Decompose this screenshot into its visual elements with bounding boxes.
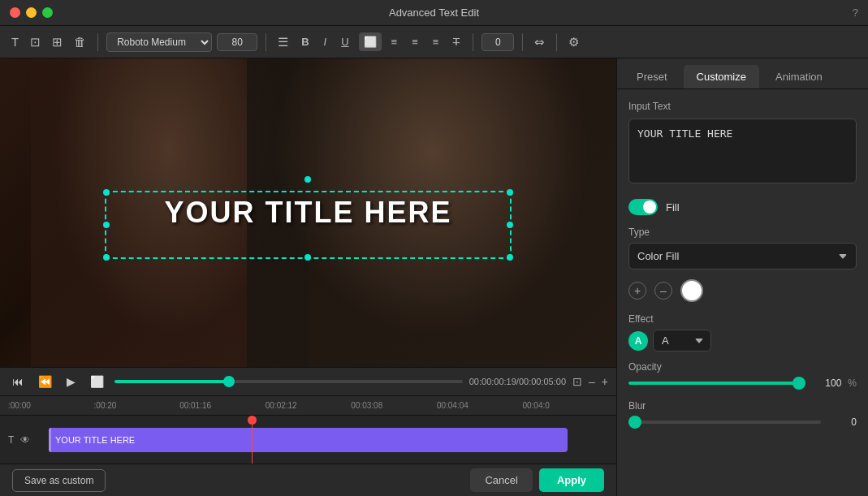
ruler-mark-0: :00:00 bbox=[8, 401, 94, 410]
handle-mid-left[interactable] bbox=[103, 222, 110, 228]
save-custom-button[interactable]: Save as custom bbox=[12, 469, 106, 492]
divider-2 bbox=[266, 33, 266, 51]
italic-button[interactable]: I bbox=[319, 32, 332, 51]
panel-tabs: Preset Customize Animation bbox=[617, 58, 868, 89]
align-center-button[interactable]: ≡ bbox=[386, 32, 403, 51]
prev-frame-button[interactable]: ⏪ bbox=[34, 373, 56, 390]
video-preview[interactable]: YOUR TITLE HERE bbox=[0, 58, 616, 367]
maximize-button[interactable] bbox=[42, 7, 53, 18]
handle-top-left[interactable] bbox=[103, 189, 110, 196]
ruler-mark-6: 00:04:0 bbox=[522, 401, 608, 410]
opacity-slider[interactable] bbox=[628, 382, 805, 385]
tab-customize[interactable]: Customize bbox=[684, 65, 759, 88]
effect-select[interactable]: A B C None bbox=[653, 330, 711, 352]
text-overlay[interactable]: YOUR TITLE HERE bbox=[164, 196, 451, 230]
type-row: Type Color Fill Gradient Image bbox=[628, 226, 857, 270]
playback-controls: ⏮ ⏪ ▶ ⬜ 00:00:00:19/00:00:05:00 ⊡ – + bbox=[0, 367, 616, 396]
left-panel: YOUR TITLE HERE ⏮ ⏪ ▶ ⬜ 00:00:00:19/00:0… bbox=[0, 58, 616, 496]
tab-animation[interactable]: Animation bbox=[762, 65, 836, 88]
underline-button[interactable]: U bbox=[336, 32, 353, 51]
progress-fill bbox=[114, 380, 229, 383]
input-text-field[interactable]: YOUR TITLE HERE bbox=[628, 119, 857, 183]
align-left-button[interactable]: ⬜ bbox=[359, 32, 382, 51]
effect-badge: A bbox=[628, 331, 648, 351]
effect-select-wrapper: A A B C None bbox=[628, 330, 857, 352]
window-controls bbox=[10, 7, 53, 18]
panel-content: Input Text YOUR TITLE HERE Fill Type Col… bbox=[617, 89, 868, 496]
play-button[interactable]: ▶ bbox=[63, 373, 80, 390]
window-title: Advanced Text Edit bbox=[389, 6, 479, 19]
ruler-mark-3: 00:02:12 bbox=[266, 401, 352, 410]
effect-row: Effect A A B C None bbox=[628, 313, 857, 352]
blur-slider-row: 0 bbox=[628, 416, 857, 428]
clip-label: YOUR TITLE HERE bbox=[55, 435, 135, 445]
bold-button[interactable]: B bbox=[296, 32, 313, 51]
main-area: YOUR TITLE HERE ⏮ ⏪ ▶ ⬜ 00:00:00:19/00:0… bbox=[0, 58, 868, 496]
ruler-mark-2: 00:01:16 bbox=[179, 401, 266, 410]
frame-tool-icon[interactable]: ⊡ bbox=[27, 32, 44, 53]
zoom-in-button[interactable]: + bbox=[602, 375, 608, 388]
handle-bottom-right[interactable] bbox=[507, 254, 513, 261]
letter-spacing-icon[interactable]: ⇔ bbox=[531, 32, 548, 53]
progress-thumb[interactable] bbox=[223, 376, 235, 387]
divider-1 bbox=[97, 33, 98, 51]
text-track-icon[interactable]: T bbox=[8, 434, 14, 446]
add-color-button[interactable]: + bbox=[628, 282, 646, 300]
right-panel: Preset Customize Animation Input Text YO… bbox=[616, 58, 868, 496]
input-text-label: Input Text bbox=[628, 101, 857, 112]
bottom-bar: Save as custom Cancel Apply bbox=[0, 464, 616, 496]
bottom-right-buttons: Cancel Apply bbox=[470, 468, 604, 492]
text-style-button[interactable]: T̶ bbox=[448, 32, 464, 51]
remove-color-button[interactable]: – bbox=[654, 282, 672, 300]
font-family-select[interactable]: Roboto Medium bbox=[106, 32, 212, 52]
stop-button[interactable]: ⬜ bbox=[86, 373, 108, 390]
type-label: Type bbox=[628, 226, 857, 238]
opacity-unit: % bbox=[848, 377, 857, 389]
time-display: 00:00:00:19/00:00:05:00 bbox=[469, 377, 566, 386]
ruler-mark-1: :00:20 bbox=[94, 401, 180, 410]
playhead-head bbox=[248, 416, 257, 425]
fill-toggle[interactable] bbox=[628, 199, 658, 215]
type-select[interactable]: Color Fill Gradient Image bbox=[628, 243, 857, 270]
ruler-mark-4: 00:03:08 bbox=[351, 401, 437, 410]
cancel-button[interactable]: Cancel bbox=[470, 468, 532, 492]
effects-icon[interactable]: ⚙ bbox=[565, 32, 582, 53]
effect-label: Effect bbox=[628, 313, 857, 325]
timeline: :00:00 :00:20 00:01:16 00:02:12 00:03:08… bbox=[0, 396, 616, 464]
close-button[interactable] bbox=[10, 7, 20, 18]
image-tool-icon[interactable]: ⊞ bbox=[49, 32, 66, 53]
align-right-button[interactable]: ≡ bbox=[407, 32, 423, 51]
font-size-input[interactable] bbox=[217, 33, 257, 51]
tab-preset[interactable]: Preset bbox=[624, 65, 680, 88]
text-tool-icon[interactable]: T bbox=[8, 32, 22, 52]
title-bar: Advanced Text Edit ? bbox=[0, 0, 868, 26]
rewind-button[interactable]: ⏮ bbox=[8, 373, 28, 390]
eye-icon[interactable]: 👁 bbox=[20, 434, 30, 446]
divider-5 bbox=[556, 33, 557, 51]
rotation-input[interactable] bbox=[482, 33, 514, 51]
opacity-label: Opacity bbox=[628, 361, 857, 373]
video-background: YOUR TITLE HERE bbox=[0, 58, 616, 367]
divider-4 bbox=[522, 33, 523, 51]
minimize-button[interactable] bbox=[26, 7, 37, 18]
handle-bottom-left[interactable] bbox=[103, 254, 110, 261]
fit-button[interactable]: ⊡ bbox=[572, 375, 582, 388]
blur-value: 0 bbox=[827, 416, 857, 428]
zoom-out-button[interactable]: – bbox=[589, 375, 595, 388]
timeline-clip[interactable]: YOUR TITLE HERE bbox=[49, 428, 568, 452]
blur-slider[interactable] bbox=[628, 421, 821, 424]
opacity-value: 100 bbox=[812, 377, 841, 389]
blur-section: Blur 0 bbox=[628, 400, 857, 428]
ruler-mark-5: 00:04:04 bbox=[437, 401, 523, 410]
color-swatch[interactable] bbox=[680, 279, 703, 302]
color-row: + – bbox=[628, 279, 857, 302]
playhead[interactable] bbox=[252, 416, 253, 464]
paragraph-format-icon[interactable]: ☰ bbox=[274, 32, 291, 53]
timeline-ruler: :00:00 :00:20 00:01:16 00:02:12 00:03:08… bbox=[0, 396, 616, 416]
align-justify-button[interactable]: ≡ bbox=[428, 32, 444, 51]
fill-label: Fill bbox=[666, 201, 680, 213]
apply-button[interactable]: Apply bbox=[539, 468, 604, 492]
progress-track[interactable] bbox=[114, 380, 463, 383]
help-icon[interactable]: ? bbox=[853, 6, 858, 19]
delete-tool-icon[interactable]: 🗑 bbox=[71, 32, 89, 52]
